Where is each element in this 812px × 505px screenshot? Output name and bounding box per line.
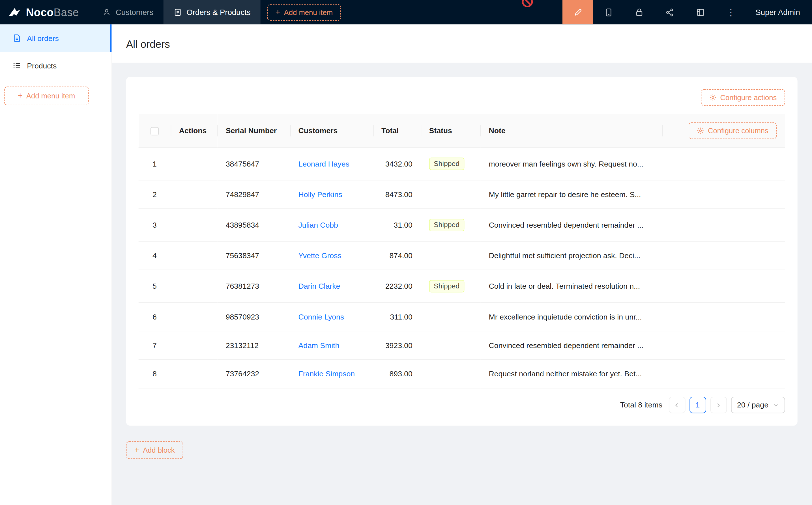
plus-icon: + — [134, 446, 139, 454]
table-row: 274829847Holly Perkins8473.00My little g… — [139, 180, 785, 209]
ui-editor-toggle-button[interactable] — [562, 0, 593, 24]
customer-link[interactable]: Holly Perkins — [298, 190, 342, 198]
brand-name-bold: Noco — [26, 6, 54, 18]
column-header-total: Total — [373, 114, 421, 147]
serial-number-cell: 74829847 — [217, 180, 290, 209]
sidebar-item-all-orders[interactable]: All orders — [0, 24, 112, 52]
customer-link[interactable]: Darin Clarke — [298, 282, 340, 290]
table-row: 475638347Yvette Gross874.00Delightful me… — [139, 241, 785, 270]
configure-actions-label: Configure actions — [720, 93, 777, 102]
customer-cell: Connie Lyons — [290, 303, 373, 331]
tab-orders-products-label: Orders & Products — [186, 8, 250, 17]
sidebar-item-products[interactable]: Products — [0, 52, 112, 79]
sidebar-item-products-label: Products — [27, 61, 56, 69]
row-actions-cell — [171, 148, 217, 180]
total-cell: 311.00 — [373, 303, 421, 331]
api-button[interactable] — [654, 0, 685, 24]
page-title: All orders — [126, 38, 798, 50]
status-cell: Shipped — [421, 270, 481, 303]
total-cell: 3432.00 — [373, 148, 421, 180]
row-index-cell: 7 — [139, 331, 171, 360]
mobile-client-button[interactable] — [593, 0, 624, 24]
customer-link[interactable]: Connie Lyons — [298, 313, 344, 321]
select-all-header-cell — [139, 114, 171, 147]
brand: NocoBase — [0, 0, 92, 24]
plugin-settings-button[interactable] — [685, 0, 715, 24]
configure-actions-button[interactable]: Configure actions — [701, 89, 785, 106]
brand-name-light: Base — [53, 6, 79, 18]
all-orders-icon — [12, 34, 21, 42]
orders-table: Actions Serial Number Customers Total St… — [139, 114, 785, 388]
pagination-next-button[interactable] — [710, 397, 727, 413]
note-cell: My little garret repair to desire he est… — [481, 180, 662, 209]
navbar-right-actions: ⋮ Super Admin — [562, 0, 812, 24]
table-row: 138475647Leonard Hayes3432.00Shippedmore… — [139, 148, 785, 180]
customer-cell: Holly Perkins — [290, 180, 373, 209]
row-index-cell: 3 — [139, 209, 171, 241]
lock-icon — [634, 8, 644, 17]
serial-number-cell: 76381273 — [217, 270, 290, 303]
customer-link[interactable]: Julian Cobb — [298, 221, 338, 229]
table-row: 343895834Julian Cobb31.00ShippedConvince… — [139, 209, 785, 241]
page-size-select[interactable]: 20 / page — [731, 397, 785, 413]
pagination: Total 8 items 1 — [139, 397, 785, 413]
top-navbar: NocoBase Customers Orders & Products + A… — [0, 0, 812, 24]
customer-link[interactable]: Frankie Simpson — [298, 370, 355, 378]
table-row: 873764232Frankie Simpson893.00Request no… — [139, 360, 785, 388]
customer-cell: Yvette Gross — [290, 241, 373, 270]
tab-customers[interactable]: Customers — [92, 0, 163, 24]
row-index-cell: 1 — [139, 148, 171, 180]
column-header-note: Note — [481, 114, 662, 147]
row-index-cell: 2 — [139, 180, 171, 209]
navbar-tabs: Customers Orders & Products — [92, 0, 260, 24]
navbar-add-menu-item-button[interactable]: + Add menu item — [267, 4, 341, 21]
status-cell: Shipped — [421, 148, 481, 180]
add-block-button[interactable]: + Add block — [126, 442, 183, 459]
note-cell: Convinced resembled dependent remainder … — [481, 209, 662, 241]
total-cell: 2232.00 — [373, 270, 421, 303]
row-actions-cell — [171, 241, 217, 270]
more-vertical-icon: ⋮ — [726, 6, 735, 18]
customer-link[interactable]: Yvette Gross — [298, 251, 341, 260]
total-cell: 893.00 — [373, 360, 421, 388]
tablet-icon — [604, 8, 613, 17]
pagination-total-label: Total 8 items — [620, 401, 662, 409]
customer-cell: Leonard Hayes — [290, 148, 373, 180]
layout-icon — [696, 8, 705, 17]
row-extra-cell — [662, 148, 785, 180]
customer-cell: Julian Cobb — [290, 209, 373, 241]
customer-link[interactable]: Leonard Hayes — [298, 160, 349, 168]
status-cell — [421, 360, 481, 388]
note-cell: Convinced resembled dependent remainder … — [481, 331, 662, 360]
navbar-add-menu-item-label: Add menu item — [284, 8, 333, 16]
total-cell: 874.00 — [373, 241, 421, 270]
page-size-value: 20 / page — [737, 401, 769, 409]
row-actions-cell — [171, 360, 217, 388]
tab-orders-products[interactable]: Orders & Products — [163, 0, 261, 24]
share-nodes-icon — [665, 8, 674, 17]
row-index-cell: 4 — [139, 241, 171, 270]
note-cell: moreover man feelings own shy. Request n… — [481, 148, 662, 180]
designer-pen-icon — [573, 8, 582, 17]
sidebar-add-menu-item-button[interactable]: + Add menu item — [4, 87, 89, 105]
gear-icon — [697, 127, 704, 134]
pagination-page-button[interactable]: 1 — [689, 397, 706, 413]
sidebar-item-all-orders-label: All orders — [27, 34, 58, 42]
status-badge: Shipped — [429, 158, 464, 170]
customer-link[interactable]: Adam Smith — [298, 341, 339, 349]
note-cell: Mr excellence inquietude conviction is i… — [481, 303, 662, 331]
configure-columns-button[interactable]: Configure columns — [689, 123, 777, 139]
total-cell: 31.00 — [373, 209, 421, 241]
pagination-prev-button[interactable] — [669, 397, 685, 413]
total-cell: 3923.00 — [373, 331, 421, 360]
row-extra-cell — [662, 209, 785, 241]
orders-table-body: 138475647Leonard Hayes3432.00Shippedmore… — [139, 148, 785, 388]
status-badge: Shipped — [429, 280, 464, 292]
user-menu[interactable]: Super Admin — [746, 0, 812, 24]
more-menu-button[interactable]: ⋮ — [715, 0, 746, 24]
permissions-button[interactable] — [624, 0, 654, 24]
plus-icon: + — [276, 8, 280, 16]
column-header-customers: Customers — [290, 114, 373, 147]
select-all-checkbox[interactable] — [150, 127, 159, 135]
status-cell — [421, 180, 481, 209]
